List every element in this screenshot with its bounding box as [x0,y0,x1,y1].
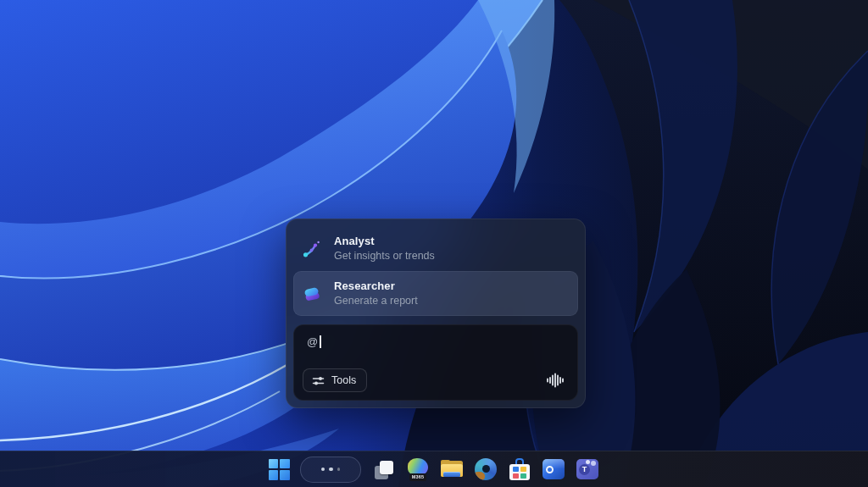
typing-indicator [300,457,361,483]
suggestion-subtitle: Get insights or trends [334,249,435,263]
sliders-icon [312,375,325,386]
researcher-icon [302,284,322,304]
browser-icon [475,458,497,480]
teams-button[interactable]: T [570,452,604,486]
outlook-button[interactable] [537,452,570,486]
voice-input-button[interactable] [542,370,566,390]
file-explorer-icon [441,460,463,479]
tools-label: Tools [331,374,356,386]
m365-copilot-icon: M365 [407,458,429,481]
suggestion-title: Researcher [334,279,418,294]
teams-icon: T [576,459,598,479]
desktop: Analyst Get insights or trends [0,0,868,487]
input-text: @ [307,335,318,348]
task-view-button[interactable] [367,452,401,486]
m365-badge: M365 [409,473,426,481]
analyst-icon [302,239,322,259]
outlook-icon [542,459,565,479]
tools-button[interactable]: Tools [303,368,367,392]
microsoft-store-button[interactable] [503,452,537,486]
task-view-icon [374,459,395,480]
start-button[interactable] [264,452,294,486]
microsoft-store-icon [509,458,530,480]
m365-copilot-button[interactable]: M365 [401,452,435,486]
copilot-input[interactable]: @ Tools [293,324,578,401]
copilot-agent-flyout: Analyst Get insights or trends [286,219,586,408]
taskbar: M365 [0,451,868,487]
suggestion-researcher[interactable]: Researcher Generate a report [293,271,578,316]
search-pill[interactable] [294,452,367,486]
teams-t-glyph: T [579,464,590,475]
suggestion-subtitle: Generate a report [334,294,418,308]
windows-logo-icon [269,459,290,480]
file-explorer-button[interactable] [435,452,469,486]
suggestion-analyst[interactable]: Analyst Get insights or trends [293,226,578,271]
waveform-icon [545,372,564,389]
text-caret [320,335,321,348]
suggestion-title: Analyst [334,234,435,249]
browser-button[interactable] [469,452,503,486]
